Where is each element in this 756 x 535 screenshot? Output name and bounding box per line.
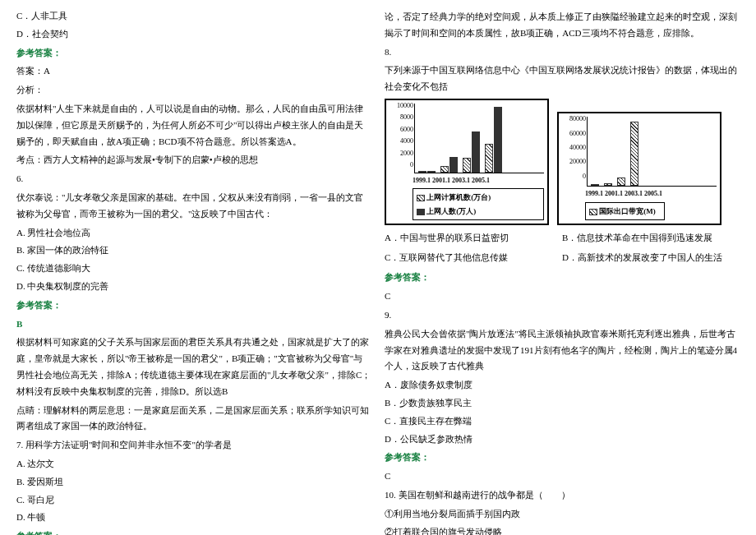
kaodian: 考点：西方人文精神的起源与发展•专制下的启蒙•卢梭的思想 bbox=[16, 152, 371, 168]
cont-text: 论，否定了经典力学的绝对空间观，从本质上修正了由狭隘经验建立起来的时空观，深刻揭… bbox=[385, 9, 740, 42]
q9-d: D．公民缺乏参政热情 bbox=[385, 431, 740, 448]
q6-d: D. 中央集权制度的完善 bbox=[16, 279, 371, 295]
q6-a: A. 男性社会地位高 bbox=[16, 225, 371, 242]
chart1-xlabels: 1999.1 2001.1 2003.1 2005.1 bbox=[413, 175, 544, 187]
q10-text: 10. 美国在朝鲜和越南进行的战争都是（ ） bbox=[385, 487, 740, 504]
q8-b: B．信息技术革命在中国得到迅速发展 bbox=[562, 230, 712, 247]
q8-text: 下列来源于中国互联网络信息中心《中国互联网络发展状况统计报告》的数据，体现出的社… bbox=[385, 62, 740, 95]
q7-d: D. 牛顿 bbox=[16, 510, 371, 526]
q6-exp1: 根据材料可知家庭的父子关系与国家层面的君臣关系具有共通之处，国家就是扩大了的家庭… bbox=[16, 334, 371, 399]
q5-option-d: D．社会契约 bbox=[16, 26, 371, 43]
answer-a: 答案：A bbox=[16, 63, 371, 80]
q10-1: ①利用当地分裂局面插手别国内政 bbox=[385, 506, 740, 523]
q8-d: D．高新技术的发展改变了中国人的生活 bbox=[562, 250, 722, 266]
q6-b: B. 家国一体的政治特征 bbox=[16, 242, 371, 259]
chart2-xlabels: 1999.1 2001.1 2003.1 2005.1 bbox=[585, 188, 717, 200]
q8-c: C．互联网替代了其他信息传媒 bbox=[385, 250, 562, 266]
ref-answer-label: 参考答案： bbox=[16, 45, 371, 62]
analysis-text: 依据材料"人生下来就是自由的，人可以说是自由的动物。那么，人民的自由虽可用法律加… bbox=[16, 101, 371, 150]
chart1-legend: 上网计算机数(万台) 上网人数(万人) bbox=[413, 188, 544, 219]
q9-a: A．废除债务奴隶制度 bbox=[385, 377, 740, 394]
q6-num: 6. bbox=[16, 171, 371, 187]
q10-2: ②打着联合国的旗号发动侵略 bbox=[385, 524, 740, 536]
q6-answer: B bbox=[16, 316, 371, 333]
chart1-ylabels: 1000080006000400020000 bbox=[389, 100, 413, 169]
q9-c: C．直接民主存在弊端 bbox=[385, 413, 740, 430]
chart2-ylabels: 800006000040000200000 bbox=[561, 113, 586, 182]
chart2-legend: 国际出口带宽(M) bbox=[585, 202, 665, 220]
left-column: C．人非工具 D．社会契约 参考答案： 答案：A 分析： 依据材料"人生下来就是… bbox=[10, 7, 378, 528]
analysis-label: 分析： bbox=[16, 82, 371, 99]
ref-answer-label-3: 参考答案： bbox=[16, 528, 371, 535]
q7-c: C. 哥白尼 bbox=[16, 492, 371, 509]
chart2-bars bbox=[591, 117, 717, 186]
chart-1: 1000080006000400020000 1999.1 2001.1 200… bbox=[385, 99, 549, 225]
q6-text: 伏尔泰说："儿女孝敬父亲是国家的基础。在中国，父权从来没有削弱，一省一县的文官被… bbox=[16, 190, 371, 223]
ref-answer-label-2: 参考答案： bbox=[16, 297, 371, 314]
q8-a: A．中国与世界的联系日益密切 bbox=[385, 230, 562, 247]
q9-num: 9. bbox=[385, 307, 740, 324]
ref-answer-label-4: 参考答案： bbox=[385, 270, 740, 286]
chart1-bars bbox=[418, 104, 544, 173]
q6-exp2: 点睛：理解材料的两层意思：一是家庭层面关系，二是国家层面关系；联系所学知识可知两… bbox=[16, 403, 371, 436]
right-column: 论，否定了经典力学的绝对空间观，从本质上修正了由狭隘经验建立起来的时空观，深刻揭… bbox=[378, 7, 746, 528]
chart-2: 800006000040000200000 1999.1 2001.1 2003… bbox=[557, 112, 721, 225]
q8-answer: C bbox=[385, 288, 740, 305]
q6-c: C. 传统道德影响大 bbox=[16, 261, 371, 277]
q7-text: 7. 用科学方法证明"时间和空间并非永恒不变"的学者是 bbox=[16, 437, 371, 454]
q9-b: B．少数贵族独享民主 bbox=[385, 395, 740, 412]
q9-text: 雅典公民大会曾依据"陶片放逐法"将民主派领袖执政官泰米斯托克利逐出雅典，后世考古… bbox=[385, 326, 740, 375]
q9-answer: C bbox=[385, 468, 740, 485]
q5-option-c: C．人非工具 bbox=[16, 8, 371, 25]
charts-row: 1000080006000400020000 1999.1 2001.1 200… bbox=[385, 99, 740, 225]
ref-answer-label-5: 参考答案： bbox=[385, 450, 740, 466]
q7-a: A. 达尔文 bbox=[16, 456, 371, 473]
q7-b: B. 爱因斯坦 bbox=[16, 474, 371, 491]
q8-num: 8. bbox=[385, 44, 740, 61]
